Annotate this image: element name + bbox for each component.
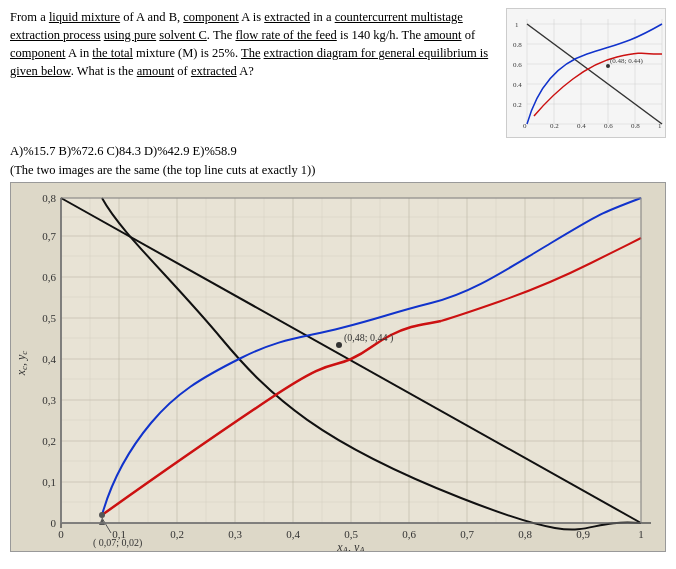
svg-rect-0 xyxy=(507,9,666,138)
svg-text:0,1: 0,1 xyxy=(42,476,56,488)
svg-text:0,6: 0,6 xyxy=(402,528,416,540)
svg-text:1: 1 xyxy=(638,528,644,540)
svg-text:0,3: 0,3 xyxy=(228,528,242,540)
svg-text:0,7: 0,7 xyxy=(42,230,56,242)
svg-text:0.4: 0.4 xyxy=(577,122,586,130)
svg-text:0,8: 0,8 xyxy=(42,192,56,204)
top-section: From a liquid mixture of A and B, compon… xyxy=(0,0,676,142)
answer-line: A)%15.7 B)%72.6 C)84.3 D)%42.9 E)%58.9 xyxy=(0,142,676,161)
svg-text:0.6: 0.6 xyxy=(513,61,522,69)
problem-text: From a liquid mixture of A and B, compon… xyxy=(10,8,498,138)
svg-text:0,4: 0,4 xyxy=(42,353,56,365)
svg-text:0,2: 0,2 xyxy=(170,528,184,540)
svg-text:1: 1 xyxy=(515,21,519,29)
svg-text:1: 1 xyxy=(658,122,662,130)
svg-text:0: 0 xyxy=(523,122,527,130)
svg-point-90 xyxy=(99,512,105,518)
small-chart: (0.48; 0.44) 0 0.2 0.4 0.6 0.8 1 0.2 0.4… xyxy=(506,8,666,138)
svg-text:0.6: 0.6 xyxy=(604,122,613,130)
svg-text:0.8: 0.8 xyxy=(513,41,522,49)
note-text: (The two images are the same (the top li… xyxy=(10,163,315,177)
svg-text:0,8: 0,8 xyxy=(518,528,532,540)
answer-text: A)%15.7 B)%72.6 C)84.3 D)%42.9 E)%58.9 xyxy=(10,144,237,158)
svg-text:0: 0 xyxy=(51,517,57,529)
svg-point-88 xyxy=(336,342,342,348)
svg-text:0,6: 0,6 xyxy=(42,271,56,283)
note-line: (The two images are the same (the top li… xyxy=(0,161,676,182)
svg-text:0.8: 0.8 xyxy=(631,122,640,130)
svg-text:0,7: 0,7 xyxy=(460,528,474,540)
svg-text:0,5: 0,5 xyxy=(344,528,358,540)
main-chart: 0 0,1 0,2 0,3 0,4 0,5 0,6 0,7 0,8 0,9 1 … xyxy=(10,182,666,552)
svg-text:(0.48; 0.44): (0.48; 0.44) xyxy=(610,57,644,65)
svg-text:0,2: 0,2 xyxy=(42,435,56,447)
svg-text:(0,48; 0,44 ): (0,48; 0,44 ) xyxy=(344,332,393,344)
svg-text:0,3: 0,3 xyxy=(42,394,56,406)
svg-text:0.4: 0.4 xyxy=(513,81,522,89)
svg-text:0: 0 xyxy=(58,528,64,540)
svg-text:0,5: 0,5 xyxy=(42,312,56,324)
svg-text:0,4: 0,4 xyxy=(286,528,300,540)
svg-text:0.2: 0.2 xyxy=(513,101,522,109)
svg-text:0.2: 0.2 xyxy=(550,122,559,130)
svg-text:( 0,07; 0,02): ( 0,07; 0,02) xyxy=(93,537,142,549)
